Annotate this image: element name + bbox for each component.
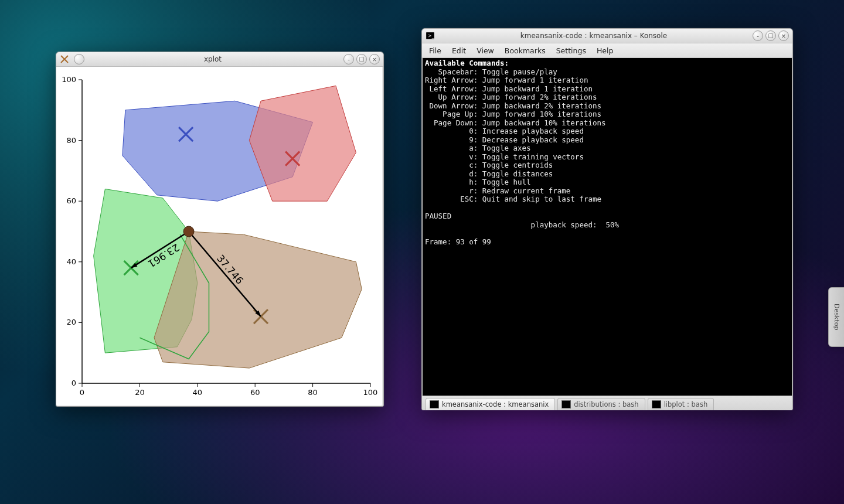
close-button[interactable]: ×	[778, 30, 789, 41]
terminal-icon	[652, 400, 661, 408]
svg-text:0: 0	[72, 379, 76, 387]
maximize-button[interactable]: ☐	[765, 30, 776, 41]
tab-label: libplot : bash	[664, 400, 708, 408]
menu-help[interactable]: Help	[592, 45, 618, 56]
tab-label: distributions : bash	[574, 400, 638, 408]
konsole-title: kmeansanix-code : kmeansanix – Konsole	[437, 32, 750, 40]
svg-text:60: 60	[66, 196, 76, 205]
xplot-title: xplot	[84, 55, 341, 63]
svg-text:80: 80	[308, 388, 318, 397]
svg-text:80: 80	[66, 136, 76, 145]
menu-settings[interactable]: Settings	[552, 45, 591, 56]
plot-canvas[interactable]: 02040608010002040608010023.96137.746	[56, 67, 382, 406]
konsole-tabbar[interactable]: kmeansanix-code : kmeansanixdistribution…	[422, 396, 792, 410]
svg-text:20: 20	[66, 318, 76, 326]
menu-view[interactable]: View	[472, 45, 499, 56]
xplot-window[interactable]: xplot ‐ ☐ × 02040608010002040608010023.9…	[56, 52, 384, 407]
svg-marker-5	[154, 231, 362, 368]
minimize-button[interactable]: ‐	[343, 54, 354, 64]
konsole-title-bar[interactable]: >_ kmeansanix-code : kmeansanix – Konsol…	[422, 29, 792, 43]
svg-text:>_: >_	[428, 33, 434, 39]
svg-text:40: 40	[193, 388, 203, 397]
konsole-tab[interactable]: kmeansanix-code : kmeansanix	[426, 398, 555, 410]
desktop-panel-button[interactable]: Desktop	[828, 287, 844, 347]
svg-point-46	[183, 226, 194, 237]
minimize-button[interactable]: ‐	[753, 30, 763, 41]
konsole-menubar[interactable]: File Edit View Bookmarks Settings Help	[422, 43, 792, 58]
xplot-app-icon	[60, 55, 69, 64]
terminal-icon	[561, 400, 571, 408]
terminal-icon	[430, 400, 439, 408]
konsole-tab[interactable]: distributions : bash	[557, 398, 645, 410]
svg-text:60: 60	[250, 388, 260, 397]
tab-label: kmeansanix-code : kmeansanix	[442, 400, 549, 408]
svg-text:40: 40	[66, 257, 76, 266]
menu-bookmarks[interactable]: Bookmarks	[500, 45, 550, 56]
close-button[interactable]: ×	[369, 54, 380, 64]
menu-edit[interactable]: Edit	[447, 45, 471, 56]
svg-text:100: 100	[363, 388, 378, 397]
konsole-window[interactable]: >_ kmeansanix-code : kmeansanix – Konsol…	[421, 28, 793, 410]
svg-text:100: 100	[62, 75, 76, 84]
terminal-output[interactable]: Available Commands: Spacebar: Toggle pau…	[422, 58, 792, 396]
desktop-background: xplot ‐ ☐ × 02040608010002040608010023.9…	[0, 0, 844, 504]
konsole-app-icon: >_	[426, 31, 435, 40]
menu-file[interactable]: File	[424, 45, 446, 56]
konsole-tab[interactable]: libplot : bash	[648, 398, 714, 410]
svg-text:20: 20	[135, 388, 145, 397]
maximize-button[interactable]: ☐	[356, 54, 367, 64]
plot-svg: 02040608010002040608010023.96137.746	[56, 67, 382, 406]
xplot-title-bar[interactable]: xplot ‐ ☐ ×	[56, 52, 383, 67]
xplot-stick-button[interactable]	[74, 54, 84, 64]
svg-text:0: 0	[80, 388, 84, 397]
